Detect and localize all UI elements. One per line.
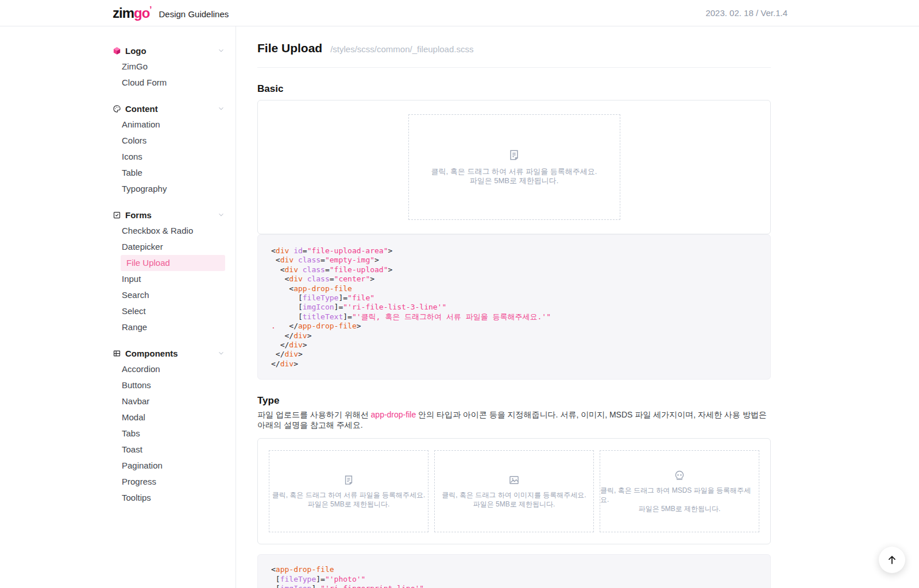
dropzone-limit-text: 파일은 5MB로 제한됩니다. — [639, 504, 721, 513]
sidebar-item-accordion[interactable]: Accordion — [113, 361, 225, 377]
dropzone-title-text: 클릭, 혹은 드래그 하여 서류 파일을 등록해주세요. — [272, 490, 426, 500]
sidebar-item-table[interactable]: Table — [113, 165, 225, 181]
sidebar-group-header-components[interactable]: Components — [113, 345, 225, 361]
sidebar-group-header-forms[interactable]: Forms — [113, 207, 225, 223]
scss-file-path: /styles/scss/common/_fileupload.scss — [330, 44, 473, 54]
code-line: <div class="empty-img"> — [271, 256, 770, 265]
sidebar-nav: LogoZimGoCloud FormContentAnimationColor… — [113, 42, 225, 506]
file-list-icon — [508, 149, 520, 161]
sidebar-item-input[interactable]: Input — [113, 271, 225, 287]
code-line: [fileType]="file" — [271, 293, 770, 303]
basic-section-heading: Basic — [257, 83, 771, 95]
sidebar-item-toast[interactable]: Toast — [113, 442, 225, 458]
code-line: <div class="center"> — [271, 274, 770, 284]
type-code-block: <app-drop-file [fileType]="'photo'" [img… — [257, 554, 771, 588]
sidebar-item-tooltips[interactable]: Tooltips — [113, 490, 225, 506]
sidebar-item-animation[interactable]: Animation — [113, 117, 225, 133]
dropzone-limit-text: 파일은 5MB로 제한됩니다. — [473, 500, 555, 509]
sidebar-group-logo: LogoZimGoCloud Form — [113, 42, 225, 91]
sidebar-item-typography[interactable]: Typography — [113, 181, 225, 197]
sidebar-item-zimgo[interactable]: ZimGo — [113, 59, 225, 75]
basic-code-block: <div id="file-upload-area"> <div class="… — [257, 234, 771, 380]
logo[interactable]: zim go ’ Design Guidelines — [113, 5, 229, 21]
chevron-down-icon — [217, 47, 225, 55]
sidebar-item-tabs[interactable]: Tabs — [113, 425, 225, 442]
sidebar-group-header-content[interactable]: Content — [113, 100, 225, 117]
logo-text-go: go — [134, 5, 149, 21]
type-demo-card: 클릭, 혹은 드래그 하여 서류 파일을 등록해주세요.파일은 5MB로 제한됩… — [257, 438, 771, 544]
sidebar-group-components: ComponentsAccordionButtonsNavbarModalTab… — [113, 345, 225, 506]
dropzone-title-text: 클릭, 혹은 드래그 하여 MSDS 파일을 등록해주세요. — [600, 486, 759, 504]
skull-icon — [674, 470, 685, 481]
type-dropzone-2[interactable]: 클릭, 혹은 드래그 하여 이미지를 등록해주세요.파일은 5MB로 제한됩니다… — [434, 450, 594, 532]
sidebar-item-navbar[interactable]: Navbar — [113, 393, 225, 409]
sidebar-group-label: Logo — [125, 46, 146, 56]
code-line: <div class="file-upload"> — [271, 265, 770, 274]
dropzone-limit-text: 파일은 5MB로 제한됩니다. — [308, 500, 390, 509]
code-line: <div id="file-upload-area"> — [271, 246, 770, 256]
header: zim go ’ Design Guidelines 2023. 02. 18 … — [0, 0, 919, 26]
header-subtitle: Design Guidelines — [159, 7, 229, 19]
type-description: 파일 업로드를 사용하기 위해선 app-drop-file 안의 타입과 아이… — [257, 410, 771, 430]
sidebar-item-cloud-form[interactable]: Cloud Form — [113, 75, 225, 91]
chevron-down-icon — [217, 105, 225, 113]
code-line: </div> — [271, 341, 770, 350]
code-line: <app-drop-file — [271, 284, 770, 293]
sidebar-group-content: ContentAnimationColorsIconsTableTypograp… — [113, 100, 225, 197]
sidebar-item-file-upload[interactable]: File Upload — [121, 255, 225, 271]
version-text: 2023. 02. 18 / Ver.1.4 — [705, 8, 787, 18]
main-content: File Upload /styles/scss/common/_fileupl… — [236, 26, 919, 588]
file-list-icon — [343, 474, 354, 486]
sidebar-group-label: Components — [125, 349, 178, 358]
sidebar-item-icons[interactable]: Icons — [113, 149, 225, 165]
scroll-top-button[interactable] — [879, 547, 905, 573]
chevron-down-icon — [217, 349, 225, 357]
sidebar-item-datepicker[interactable]: Datepicker — [113, 239, 225, 255]
type-description-text: 파일 업로드를 사용하기 위해선 — [257, 410, 371, 419]
code-line: [fileType]="'photo'" — [271, 575, 770, 584]
inline-code-highlight: app-drop-file — [371, 410, 416, 419]
dropzone-title-text: 클릭, 혹은 드래그 하여 서류 파일을 등록해주세요. — [431, 167, 597, 177]
sidebar-group-label: Content — [125, 104, 158, 114]
cube-icon — [113, 47, 121, 55]
sidebar: LogoZimGoCloud FormContentAnimationColor… — [0, 26, 236, 588]
type-dropzone-1[interactable]: 클릭, 혹은 드래그 하여 서류 파일을 등록해주세요.파일은 5MB로 제한됩… — [269, 450, 428, 532]
arrow-up-icon — [886, 554, 898, 566]
dropzone-limit-text: 파일은 5MB로 제한됩니다. — [470, 176, 559, 186]
sidebar-item-modal[interactable]: Modal — [113, 409, 225, 425]
file-upload-dropzone[interactable]: 클릭, 혹은 드래그 하여 서류 파일을 등록해주세요. 파일은 5MB로 제한… — [408, 114, 620, 220]
checkbox-icon — [113, 211, 121, 219]
grid-icon — [113, 349, 121, 358]
code-line: [imgIcon]="'ri-file-list-3-line'" — [271, 303, 770, 312]
code-line: </div> — [271, 350, 770, 359]
type-dropzone-3[interactable]: 클릭, 혹은 드래그 하여 MSDS 파일을 등록해주세요.파일은 5MB로 제… — [600, 450, 759, 532]
sidebar-item-select[interactable]: Select — [113, 303, 225, 319]
code-line: [titleText]="'클릭, 혹은 드래그하여 서류 파일을 등록해주세요… — [271, 312, 770, 322]
dropzone-title-text: 클릭, 혹은 드래그 하여 이미지를 등록해주세요. — [442, 490, 586, 500]
sidebar-item-range[interactable]: Range — [113, 319, 225, 335]
sidebar-group-header-logo[interactable]: Logo — [113, 42, 225, 59]
code-line: . </app-drop-file> — [271, 322, 770, 331]
sidebar-group-label: Forms — [125, 210, 152, 220]
sidebar-item-colors[interactable]: Colors — [113, 133, 225, 149]
code-line: </div> — [271, 331, 770, 341]
sidebar-item-buttons[interactable]: Buttons — [113, 377, 225, 393]
type-section-heading: Type — [257, 395, 771, 407]
page-title: File Upload — [257, 41, 322, 55]
code-line: </div> — [271, 359, 770, 369]
sidebar-item-progress[interactable]: Progress — [113, 474, 225, 490]
logo-text-zim: zim — [113, 5, 134, 21]
sidebar-group-forms: FormsCheckbox & RadioDatepickerFile Uplo… — [113, 207, 225, 335]
palette-icon — [113, 105, 121, 113]
sidebar-item-search[interactable]: Search — [113, 287, 225, 303]
code-line: [imgIcon]="'ri-fingerprint-line'" — [271, 584, 770, 588]
logo-apostrophe-mark: ’ — [149, 5, 152, 13]
sidebar-item-checkbox-radio[interactable]: Checkbox & Radio — [113, 223, 225, 239]
basic-demo-card: 클릭, 혹은 드래그 하여 서류 파일을 등록해주세요. 파일은 5MB로 제한… — [257, 100, 771, 234]
chevron-down-icon — [217, 211, 225, 219]
code-line: <app-drop-file — [271, 565, 770, 574]
sidebar-item-pagination[interactable]: Pagination — [113, 458, 225, 474]
image-icon — [508, 474, 520, 486]
divider — [257, 67, 771, 68]
